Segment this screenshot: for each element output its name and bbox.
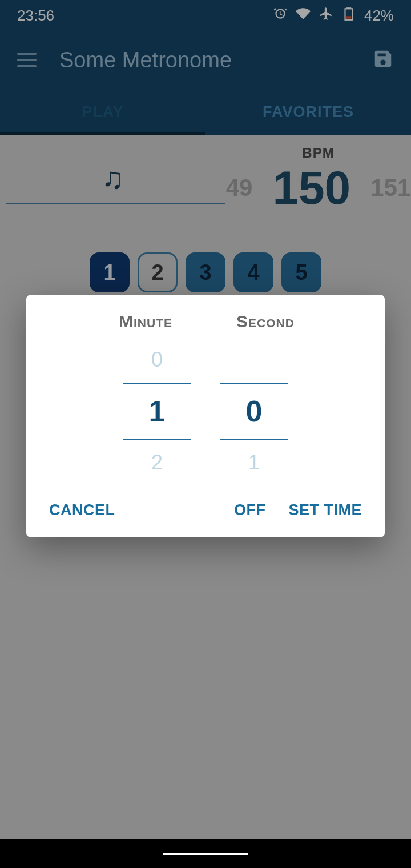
- minute-prev: 0: [151, 337, 163, 383]
- minute-next: 2: [151, 440, 163, 485]
- set-time-button[interactable]: SET TIME: [288, 501, 362, 519]
- second-next: 1: [248, 440, 260, 485]
- second-header: Second: [220, 312, 311, 331]
- off-button[interactable]: OFF: [234, 501, 266, 519]
- nav-handle[interactable]: [163, 853, 248, 855]
- minute-header: Minute: [100, 312, 191, 331]
- second-picker[interactable]: 0 1: [220, 337, 288, 485]
- system-nav-bar: [0, 839, 411, 868]
- second-selected: 0: [246, 394, 263, 428]
- cancel-button[interactable]: CANCEL: [49, 501, 115, 519]
- minute-picker[interactable]: 0 1 2: [123, 337, 191, 485]
- minute-selected: 1: [149, 394, 166, 428]
- set-time-dialog: Minute Second 0 1 2 0 1 CANCEL OFF SET T…: [26, 295, 385, 537]
